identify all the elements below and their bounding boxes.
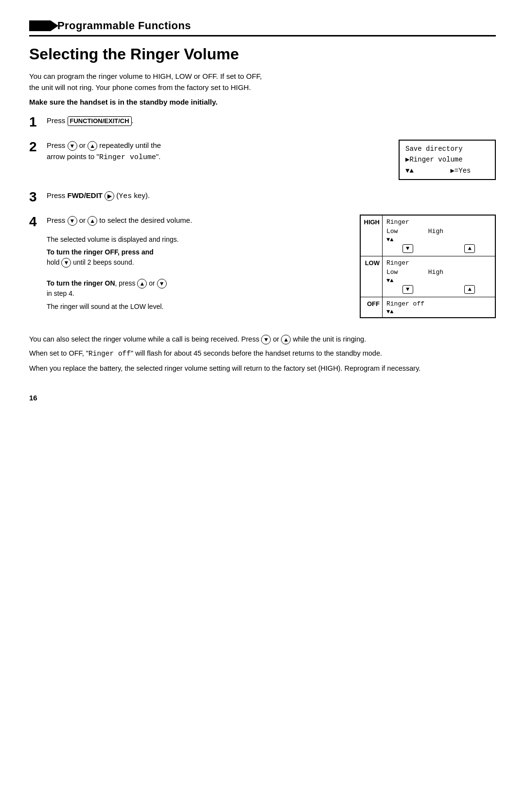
header-arrow-icon [29, 20, 51, 31]
header-title: Programmable Functions [57, 19, 191, 32]
hold-down-button: ▼ [61, 258, 71, 268]
down-button-step4: ▼ [68, 216, 77, 226]
step-1-row: 1 Press FUNCTION/EXIT/CH. [29, 115, 496, 130]
down-button-step2: ▼ [68, 141, 77, 151]
low-label: LOW [361, 256, 382, 297]
ringer-diagrams: HIGH Ringer Low High ▼▲ ▼ ▲ L [360, 215, 496, 319]
footer-notes: You can also select the ringer volume wh… [29, 334, 496, 374]
step-3-number: 3 [29, 190, 47, 205]
high-screen-line2: Low High [386, 227, 491, 236]
ringer-low-row: LOW Ringer Low High ▼▲ ▼ ▲ [361, 256, 495, 297]
ringer-high-row: HIGH Ringer Low High ▼▲ ▼ ▲ [361, 216, 495, 256]
footer-line2: When set to OFF, "Ringer off" will flash… [29, 348, 496, 360]
page-title: Selecting the Ringer Volume [29, 45, 496, 63]
intro-bold: Make sure the handset is in the standby … [29, 98, 496, 106]
step-4-number: 4 [29, 215, 47, 230]
high-nav-up-icon: ▲ [464, 244, 475, 253]
down-button-on: ▼ [157, 279, 167, 289]
step-4-sub1: The selected volume is displayed and rin… [47, 235, 345, 245]
low-content: Ringer Low High ▼▲ ▼ ▲ [382, 256, 495, 297]
up-button-on: ▲ [137, 279, 147, 289]
function-exit-ch-button: FUNCTION/EXIT/CH [68, 116, 132, 126]
step-2-content: Press ▼ or ▲ repeatedly until the arrow … [47, 140, 384, 163]
off-cursor: ▼▲ [386, 308, 491, 315]
high-nav-down-icon: ▼ [402, 244, 413, 253]
step-2-lcd: Save directory ▶Ringer volume ▼▲ ▶=Yes [399, 140, 496, 180]
step-3-row: 3 Press FWD/EDIT ▶ (Yes key). [29, 190, 496, 205]
low-screen-line2: Low High [386, 268, 491, 277]
on-bold: To turn the ringer ON [47, 279, 115, 287]
lcd-display-step2: Save directory ▶Ringer volume ▼▲ ▶=Yes [399, 140, 496, 180]
step-2-row: 2 Press ▼ or ▲ repeatedly until the arro… [29, 140, 496, 180]
page-number: 16 [29, 394, 496, 402]
low-nav: ▼ ▲ [386, 284, 491, 295]
step-4-low-note: The ringer will sound at the LOW level. [47, 302, 345, 312]
step-4-main-text: Press ▼ or ▲ to select the desired volum… [47, 215, 345, 226]
off-screen-line1: Ringer off [386, 299, 491, 309]
step-4-sub2: To turn the ringer OFF, press and hold ▼… [47, 247, 345, 268]
header-divider [29, 35, 496, 36]
low-screen-line1: Ringer [386, 258, 491, 268]
lcd-line3: ▼▲ ▶=Yes [405, 165, 489, 176]
fwd-edit-button: ▶ [105, 191, 114, 201]
intro-line2: the unit will not ring. Your phone comes… [29, 83, 251, 91]
footer-up-icon: ▲ [281, 335, 291, 344]
step-4-on-text: To turn the ringer ON, press ▲ or ▼ in s… [47, 278, 345, 299]
step-3-content: Press FWD/EDIT ▶ (Yes key). [47, 190, 496, 202]
up-button-step4: ▲ [88, 216, 97, 226]
footer-line1: You can also select the ringer volume wh… [29, 334, 496, 345]
low-nav-spacer [437, 287, 440, 292]
intro-text: You can program the ringer volume to HIG… [29, 71, 496, 93]
high-cursor: ▼▲ [386, 236, 491, 243]
high-screen-line1: Ringer [386, 217, 491, 227]
ringer-off-row: OFF Ringer off ▼▲ [361, 297, 495, 318]
header-section: Programmable Functions [29, 19, 496, 32]
high-label: HIGH [361, 216, 382, 256]
step-2-number: 2 [29, 140, 47, 155]
step-1-number: 1 [29, 115, 47, 130]
off-label: OFF [361, 297, 382, 318]
up-button-step2: ▲ [88, 141, 97, 151]
step-4-row: 4 Press ▼ or ▲ to select the desired vol… [29, 215, 496, 319]
lcd-line1: Save directory [405, 144, 489, 154]
high-screen: Ringer Low High [386, 217, 491, 236]
step-1-content: Press FUNCTION/EXIT/CH. [47, 115, 496, 126]
high-content: Ringer Low High ▼▲ ▼ ▲ [382, 216, 495, 256]
lcd-line2: ▶Ringer volume [405, 154, 489, 165]
ringer-diagrams-container: HIGH Ringer Low High ▼▲ ▼ ▲ L [360, 215, 496, 319]
low-cursor: ▼▲ [386, 277, 491, 284]
off-screen: Ringer off [386, 299, 491, 309]
low-nav-down-icon: ▼ [402, 285, 413, 294]
off-content: Ringer off ▼▲ [382, 297, 495, 318]
low-screen: Ringer Low High [386, 258, 491, 277]
footer-line3: When you replace the battery, the select… [29, 363, 496, 374]
low-nav-up-icon: ▲ [464, 285, 475, 294]
footer-down-icon: ▼ [261, 335, 271, 344]
sub2-bold: To turn the ringer OFF, press and [47, 248, 154, 256]
step-4-left: 4 Press ▼ or ▲ to select the desired vol… [29, 215, 345, 312]
intro-line1: You can program the ringer volume to HIG… [29, 72, 262, 80]
high-nav-spacer [437, 246, 440, 252]
high-nav: ▼ ▲ [386, 243, 491, 254]
